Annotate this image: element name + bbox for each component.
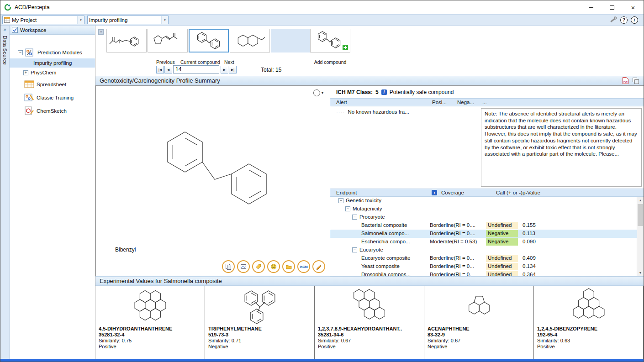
endpoint-coverage: Borderline(RI = 0.... [430,231,475,236]
last-compound-button[interactable]: ▶| [229,66,237,73]
profile-panel: ICH M7 Class: 5 i Potentially safe compo… [330,85,644,276]
project-select[interactable]: My Project ▼ [2,16,84,24]
experimental-card[interactable]: 4,5-DIHYDROANTHANTHRENE 35281-32-4 Simil… [95,286,205,359]
workspace-label: Workspace [20,27,46,33]
tools-icon[interactable] [609,16,617,24]
smiley-button[interactable] [267,260,280,273]
info-icon[interactable]: i [432,190,437,195]
compound-thumbnail-selected[interactable] [189,29,229,52]
experimental-card[interactable]: TRIPHENYLMETHANE 519-73-3 Similarity: 0.… [205,286,315,359]
export-folder-button[interactable] [282,260,295,273]
endpoint-table-header: Endpoint i Coverage Call (+ or -) p-Valu… [330,189,644,197]
card-name: 4,5-DIHYDROANTHANTHRENE [99,326,201,332]
svg-text:PDF: PDF [623,80,628,83]
module-select-value: Impurity profiling [89,17,127,23]
dropdown-arrow-icon[interactable]: ▼ [77,16,84,24]
collapse-icon[interactable]: − [352,247,357,252]
minimize-button[interactable] [581,0,602,14]
sidebar-item-label: Prediction Modules [37,50,82,55]
endpoint-coverage: Borderline(RI = 0.... [430,222,475,228]
compound-thumbnail[interactable] [148,29,188,52]
about-icon[interactable]: i [631,16,638,24]
card-name: 1,2,4,5-DIBENZOPYRENE [537,326,640,332]
alert-row[interactable]: ···· No known hazardous fra... [336,109,409,115]
tag-button[interactable] [252,260,265,273]
endpoint-label: Procaryote [359,214,385,220]
workspace-panel: Workspace − Prediction Modules Impurity … [10,26,95,359]
current-compound-input[interactable] [173,65,219,73]
sidebar-item-physchem[interactable]: + PhysChem [10,68,95,78]
copy-structure-button[interactable] [222,260,235,273]
data-source-tab[interactable]: Data Source [2,36,8,65]
compound-thumbnail[interactable] [106,29,147,52]
copy-summary-icon[interactable] [632,77,639,84]
compound-thumbnail[interactable] [230,29,270,52]
inchi-button[interactable]: InChI [297,260,310,273]
expand-panel-icon[interactable]: » [4,27,6,32]
module-select[interactable]: Impurity profiling ▼ [87,16,169,24]
export-pdf-icon[interactable]: PDF [622,77,629,84]
strip-menu-icon[interactable]: ≡ [98,29,104,35]
collapse-icon[interactable]: − [352,215,357,220]
structure-viewer[interactable]: ▾ Bibenzyl [95,85,330,276]
next-compound-button[interactable]: ▶ [221,66,228,73]
sidebar-item-label: PhysChem [31,70,56,75]
sidebar-item-label: ChemSketch [37,108,67,114]
endpoint-group-row[interactable]: −Procaryote [330,213,637,221]
collapse-icon[interactable]: − [18,50,23,55]
collapse-icon[interactable]: − [345,206,350,211]
experimental-card[interactable]: 1,2,3,7,8,9-HEXAHYDROANTHANT.. 35281-34-… [315,286,424,359]
compound-slot-empty[interactable] [271,29,310,52]
dropdown-arrow-icon[interactable]: ▼ [161,16,168,24]
pvalue-column: p-Value [523,190,540,195]
tree-line-icon: ···· [336,109,345,115]
sidebar-item-impurity-profiling[interactable]: Impurity profiling [10,58,95,68]
sidebar-item-classic-training[interactable]: Classic Training [10,91,95,104]
experimental-card[interactable]: 1,2,4,5-DIBENZOPYRENE 192-65-4 Similarit… [534,286,644,359]
endpoint-group-row[interactable]: −Eucaryote [330,246,637,254]
info-icon[interactable]: i [381,89,387,95]
card-call: Positive [318,344,421,350]
first-compound-button[interactable]: |◀ [156,66,164,73]
collapse-icon[interactable]: − [338,198,343,203]
endpoint-row[interactable]: Bacterial composite Borderline(RI = 0...… [330,221,637,230]
experimental-title: Experimental Values for Salmonella compo… [100,278,222,284]
add-compound-thumbnail[interactable] [310,29,350,52]
endpoint-row-selected[interactable]: Salmonella compo... Borderline(RI = 0...… [330,230,637,238]
endpoint-group-row[interactable]: −Genetic toxicity [330,197,637,205]
sidebar-item-spreadsheet[interactable]: Spreadsheet [10,78,95,91]
alert-body: ···· No known hazardous fra... Note: The… [330,106,644,189]
sidebar-item-label: Spreadsheet [37,82,66,87]
sidebar-item-prediction-modules[interactable]: − Prediction Modules [10,47,95,58]
close-button[interactable]: × [623,0,644,14]
endpoint-row[interactable]: Yeast composite Borderline(RI = 0... Und… [330,262,637,271]
endpoint-row[interactable]: Escherichia compo... Moderate(RI = 0.53)… [330,238,637,246]
endpoint-row[interactable]: Eucaryote composite Borderline(RI = 0...… [330,254,637,262]
expand-icon[interactable]: + [23,70,28,75]
card-cas: 519-73-3 [208,332,311,338]
endpoint-pvalue: 0.113 [523,231,535,236]
copy-image-button[interactable] [237,260,250,273]
help-icon[interactable]: ? [620,16,628,24]
endpoint-call: Undefined [486,255,518,262]
card-similarity: Similarity: 0.67 [428,338,530,344]
scroll-up-icon[interactable]: ▲ [637,197,644,204]
sidebar-item-chemsketch[interactable]: ChemSketch [10,104,95,117]
scrollbar[interactable]: ▲ ▼ [637,197,644,276]
scroll-down-icon[interactable]: ▼ [637,269,644,276]
endpoint-row[interactable]: Drosophila compos... Borderline(RI = 0. … [330,271,637,276]
endpoint-group-row[interactable]: −Mutagenicity [330,205,637,213]
view-options-dropdown[interactable]: ▾ [313,89,323,96]
maximize-button[interactable] [602,0,623,14]
scrollbar-thumb[interactable] [638,204,643,226]
endpoint-coverage: Borderline(RI = 0... [430,263,474,269]
card-structure [315,286,424,325]
previous-compound-button[interactable]: ◀ [164,66,172,73]
experimental-card[interactable]: ACENAPHTHENE 83-32-9 Similarity: 0.67 Ne… [424,286,534,359]
summary-section-header: Genotoxicity/Carcinogenicity Profile Sum… [95,76,644,85]
endpoint-pvalue: 0.134 [523,263,536,269]
edit-structure-button[interactable] [312,260,325,273]
workspace-header[interactable]: Workspace [10,26,95,35]
call-column: Call (+ or -) [496,190,523,195]
card-structure [424,286,533,325]
